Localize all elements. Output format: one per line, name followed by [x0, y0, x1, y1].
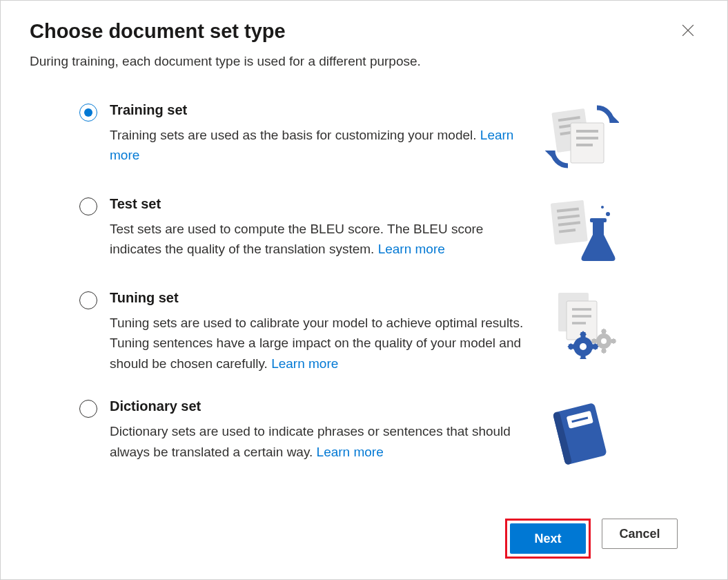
next-button[interactable]: Next: [510, 523, 586, 554]
option-training: Training set Training sets are used as t…: [79, 102, 657, 171]
documents-sync-icon: [543, 102, 619, 171]
dialog-title: Choose document set type: [30, 20, 421, 43]
radio-dictionary[interactable]: [79, 400, 97, 418]
option-title-training: Training set: [110, 102, 524, 118]
option-dictionary: Dictionary set Dictionary sets are used …: [79, 398, 657, 467]
option-body-training: Training set Training sets are used as t…: [110, 102, 524, 166]
dialog-footer: Next Cancel: [30, 519, 698, 579]
header-text: Choose document set type During training…: [30, 20, 421, 102]
dialog-header: Choose document set type During training…: [30, 20, 698, 102]
learn-more-dictionary[interactable]: Learn more: [317, 445, 384, 459]
cancel-button[interactable]: Cancel: [602, 519, 678, 549]
option-body-dictionary: Dictionary set Dictionary sets are used …: [110, 398, 524, 462]
notebook-icon: [543, 398, 619, 467]
svg-rect-17: [590, 218, 607, 222]
radio-tuning[interactable]: [79, 291, 97, 309]
options-list: Training set Training sets are used as t…: [30, 102, 698, 519]
learn-more-tuning[interactable]: Learn more: [271, 356, 338, 371]
dialog-subtitle: During training, each document type is u…: [30, 54, 421, 69]
learn-more-test[interactable]: Learn more: [378, 242, 445, 256]
document-flask-icon: [543, 196, 619, 265]
svg-line-16: [559, 230, 575, 232]
close-icon: [682, 26, 694, 39]
close-button[interactable]: [678, 20, 698, 43]
option-body-tuning: Tuning set Tuning sets are used to calib…: [110, 290, 524, 374]
radio-training[interactable]: [79, 104, 97, 122]
option-desc-tuning: Tuning sets are used to calibrate your m…: [110, 313, 524, 374]
dialog-container: Choose document set type During training…: [1, 1, 727, 579]
option-body-test: Test set Test sets are used to compute t…: [110, 196, 524, 260]
option-title-dictionary: Dictionary set: [110, 398, 524, 414]
option-desc-dictionary: Dictionary sets are used to indicate phr…: [110, 421, 524, 462]
documents-gears-icon: [543, 290, 619, 359]
svg-point-26: [601, 338, 607, 344]
option-test: Test set Test sets are used to compute t…: [79, 196, 657, 265]
option-tuning: Tuning set Tuning sets are used to calib…: [79, 290, 657, 374]
radio-test[interactable]: [79, 197, 97, 215]
option-title-test: Test set: [110, 196, 524, 212]
option-desc-test: Test sets are used to compute the BLEU s…: [110, 219, 524, 260]
svg-rect-6: [571, 123, 604, 163]
highlight-box: Next: [505, 519, 591, 559]
option-title-tuning: Tuning set: [110, 290, 524, 306]
svg-point-36: [580, 343, 587, 350]
svg-point-18: [606, 212, 610, 216]
option-desc-training: Training sets are used as the basis for …: [110, 125, 524, 166]
svg-point-19: [601, 206, 604, 209]
